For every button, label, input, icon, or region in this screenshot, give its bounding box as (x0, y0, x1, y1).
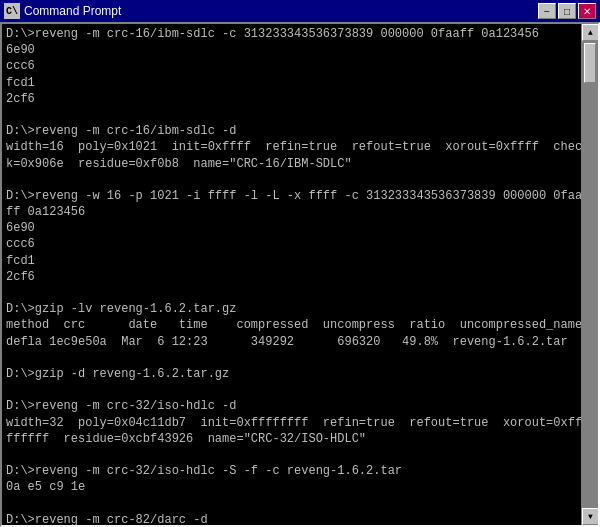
title-bar: C\ Command Prompt − □ ✕ (0, 0, 600, 22)
scroll-down-button[interactable]: ▼ (582, 508, 598, 525)
scroll-up-button[interactable]: ▲ (582, 24, 598, 41)
scrollbar: ▲ ▼ (581, 24, 598, 525)
maximize-button[interactable]: □ (558, 3, 576, 19)
title-bar-left: C\ Command Prompt (4, 3, 121, 19)
window-body: D:\>reveng -m crc-16/ibm-sdlc -c 3132333… (0, 22, 600, 527)
scroll-thumb[interactable] (584, 43, 596, 83)
content-area: D:\>reveng -m crc-16/ibm-sdlc -c 3132333… (2, 24, 598, 525)
terminal-output[interactable]: D:\>reveng -m crc-16/ibm-sdlc -c 3132333… (2, 24, 581, 525)
scroll-track[interactable] (582, 41, 598, 508)
window-controls: − □ ✕ (538, 3, 596, 19)
close-button[interactable]: ✕ (578, 3, 596, 19)
app-icon: C\ (4, 3, 20, 19)
minimize-button[interactable]: − (538, 3, 556, 19)
window-title: Command Prompt (24, 4, 121, 18)
